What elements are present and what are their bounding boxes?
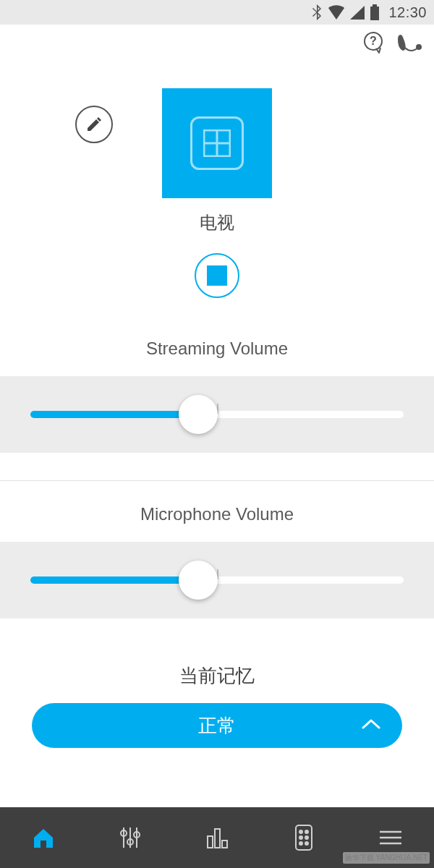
watermark: 扬华下载 YANGHUA.NET xyxy=(343,852,430,864)
nav-stats[interactable] xyxy=(174,807,260,868)
stop-icon xyxy=(207,265,227,286)
nav-equalizer[interactable] xyxy=(87,807,174,868)
status-bar: 12:30 xyxy=(0,0,434,25)
svg-rect-1 xyxy=(370,7,379,20)
svg-rect-14 xyxy=(208,836,213,848)
top-actions: ? xyxy=(0,25,434,61)
remote-icon xyxy=(294,824,313,851)
memory-current: 正常 xyxy=(198,713,236,739)
battery-icon xyxy=(370,4,380,20)
nav-home[interactable] xyxy=(0,807,87,868)
svg-point-19 xyxy=(305,830,308,833)
svg-rect-0 xyxy=(373,4,377,7)
pencil-icon xyxy=(85,116,103,133)
wifi-icon xyxy=(328,5,345,20)
svg-point-20 xyxy=(299,836,302,839)
device-tile[interactable] xyxy=(162,88,272,198)
grid-icon xyxy=(203,129,231,157)
help-icon[interactable]: ? xyxy=(362,30,386,55)
svg-rect-16 xyxy=(222,841,227,848)
svg-point-18 xyxy=(299,830,302,833)
svg-point-23 xyxy=(305,842,308,845)
microphone-volume-section: Microphone Volume xyxy=(0,504,434,618)
svg-rect-15 xyxy=(215,829,220,848)
stop-button[interactable] xyxy=(195,253,239,298)
signal-icon xyxy=(349,5,365,20)
svg-point-4 xyxy=(416,44,422,50)
memory-selector[interactable]: 正常 xyxy=(32,703,402,748)
status-time: 12:30 xyxy=(388,4,427,21)
svg-point-22 xyxy=(299,842,302,845)
home-icon xyxy=(30,825,56,851)
svg-rect-17 xyxy=(296,825,312,850)
streaming-volume-section: Streaming Volume xyxy=(0,339,434,453)
menu-icon xyxy=(378,829,403,846)
chevron-up-icon xyxy=(362,718,380,733)
hearing-aid-icon[interactable] xyxy=(396,32,422,54)
nav-remote[interactable] xyxy=(260,807,347,868)
svg-text:?: ? xyxy=(370,35,377,47)
bars-icon xyxy=(204,825,230,851)
memory-section: 当前记忆 正常 xyxy=(0,646,434,748)
sliders-icon xyxy=(117,825,143,851)
device-label: 电视 xyxy=(200,211,234,234)
microphone-volume-slider[interactable] xyxy=(0,542,434,618)
svg-point-21 xyxy=(305,836,308,839)
memory-title: 当前记忆 xyxy=(0,663,434,689)
streaming-volume-slider[interactable] xyxy=(0,376,434,453)
bluetooth-icon xyxy=(312,4,323,21)
divider xyxy=(0,480,434,481)
microphone-volume-label: Microphone Volume xyxy=(0,504,434,524)
streaming-volume-label: Streaming Volume xyxy=(0,339,434,359)
edit-button[interactable] xyxy=(75,106,113,143)
device-section: 电视 xyxy=(0,61,434,298)
